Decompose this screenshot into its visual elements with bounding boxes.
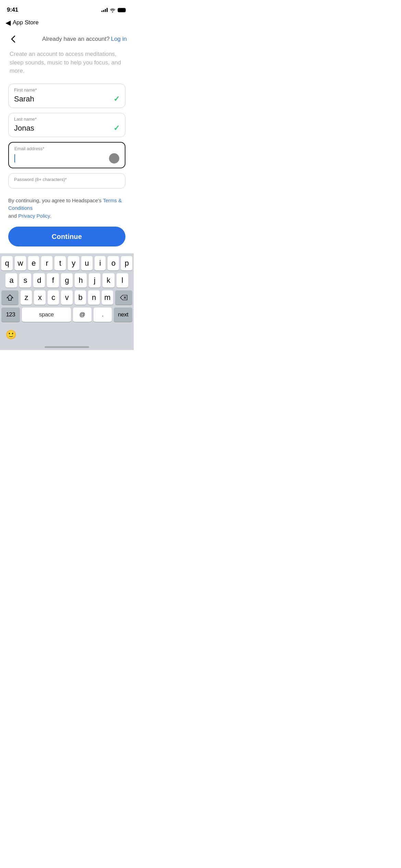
terms-middle: and: [8, 213, 17, 219]
key-space[interactable]: space: [22, 308, 71, 322]
key-r[interactable]: r: [41, 256, 52, 270]
delete-icon: [120, 295, 127, 300]
terms-suffix: .: [50, 213, 51, 219]
last-name-check-icon: ✓: [113, 124, 120, 133]
battery-icon: [118, 8, 127, 12]
home-bar: [45, 346, 89, 348]
key-123[interactable]: 123: [1, 308, 20, 322]
already-have-account-text: Already have an account?: [42, 36, 110, 43]
email-field[interactable]: Email address*: [8, 142, 125, 168]
key-i[interactable]: i: [95, 256, 106, 270]
keyboard-row-3: z x c v b n m: [0, 290, 134, 305]
key-s[interactable]: s: [19, 273, 31, 288]
key-j[interactable]: j: [89, 273, 100, 288]
key-shift[interactable]: [1, 290, 19, 305]
key-u[interactable]: u: [81, 256, 93, 270]
privacy-policy-link[interactable]: Privacy Policy: [18, 213, 50, 219]
subtitle-text: Create an account to access meditations,…: [10, 51, 121, 74]
last-name-label: Last name*: [14, 117, 120, 122]
password-label: Password (8+ characters)*: [14, 177, 120, 182]
key-a[interactable]: a: [5, 273, 17, 288]
key-m[interactable]: m: [102, 290, 113, 305]
status-time: 9:41: [7, 7, 18, 13]
wifi-icon: [110, 8, 116, 12]
status-icons: [101, 8, 127, 12]
login-link[interactable]: Log in: [111, 36, 127, 43]
key-z[interactable]: z: [21, 290, 32, 305]
shift-icon: [7, 294, 13, 301]
back-arrow-icon: [11, 35, 15, 43]
password-field[interactable]: Password (8+ characters)*: [8, 173, 125, 189]
keyboard-row-2: a s d f g h j k l: [0, 273, 134, 288]
email-cursor: [14, 154, 15, 162]
first-name-label: First name*: [14, 87, 120, 93]
app-store-nav: ◀ App Store: [0, 17, 134, 29]
keyboard-row-1: q w e r t y u i o p: [0, 256, 134, 270]
key-w[interactable]: w: [15, 256, 26, 270]
key-dot[interactable]: .: [94, 308, 112, 322]
key-b[interactable]: b: [75, 290, 86, 305]
key-f[interactable]: f: [47, 273, 59, 288]
home-indicator: [0, 345, 134, 350]
last-name-value: Jonas: [14, 124, 113, 133]
terms-prefix: By continuing, you agree to Headspace's: [8, 197, 101, 203]
back-button[interactable]: [7, 33, 19, 45]
key-t[interactable]: t: [54, 256, 66, 270]
key-d[interactable]: d: [33, 273, 45, 288]
key-l[interactable]: l: [117, 273, 128, 288]
key-x[interactable]: x: [34, 290, 45, 305]
key-g[interactable]: g: [61, 273, 73, 288]
last-name-field[interactable]: Last name* Jonas ✓: [8, 113, 125, 137]
email-circle-icon: [109, 153, 119, 164]
chevron-left-icon: ◀: [5, 19, 11, 27]
key-o[interactable]: o: [108, 256, 119, 270]
subtitle: Create an account to access meditations,…: [0, 49, 134, 84]
key-v[interactable]: v: [61, 290, 72, 305]
svg-rect-1: [118, 8, 125, 12]
emoji-bar: 🙂: [0, 327, 134, 345]
key-h[interactable]: h: [75, 273, 86, 288]
first-name-field[interactable]: First name* Sarah ✓: [8, 84, 125, 108]
continue-button[interactable]: Continue: [8, 227, 125, 246]
terms-area: By continuing, you agree to Headspace's …: [0, 193, 134, 227]
first-name-value: Sarah: [14, 95, 113, 104]
header-nav: Already have an account? Log in: [0, 29, 134, 49]
key-y[interactable]: y: [68, 256, 79, 270]
email-label: Email address*: [14, 146, 119, 151]
status-bar: 9:41: [0, 0, 134, 17]
header-account-text: Already have an account? Log in: [42, 36, 127, 43]
emoji-icon[interactable]: 🙂: [5, 329, 16, 340]
key-e[interactable]: e: [28, 256, 39, 270]
app-store-back-button[interactable]: ◀ App Store: [5, 19, 39, 27]
key-n[interactable]: n: [88, 290, 99, 305]
key-q[interactable]: q: [1, 256, 13, 270]
key-next[interactable]: next: [114, 308, 132, 322]
key-p[interactable]: p: [121, 256, 132, 270]
app-store-label: App Store: [13, 19, 39, 26]
keyboard: q w e r t y u i o p a s d f g h j k l z …: [0, 253, 134, 350]
first-name-check-icon: ✓: [113, 95, 120, 104]
keyboard-bottom-row: 123 space @ . next: [0, 308, 134, 325]
form-area: First name* Sarah ✓ Last name* Jonas ✓ E…: [0, 84, 134, 189]
key-at[interactable]: @: [73, 308, 92, 322]
key-c[interactable]: c: [48, 290, 59, 305]
key-k[interactable]: k: [102, 273, 114, 288]
signal-bars-icon: [101, 8, 108, 12]
key-delete[interactable]: [115, 290, 132, 305]
